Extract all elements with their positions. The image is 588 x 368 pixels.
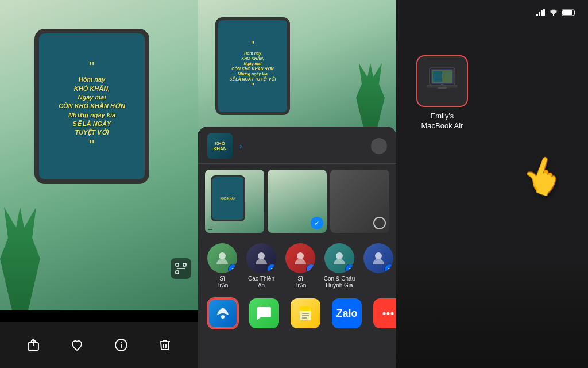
photo-grid-row: KHÓ KHĂN ✓ [198,164,396,239]
contact-item[interactable]: Z Con & CháuHuỳnh Gia [322,243,357,289]
device-name: Emily'sMacBook Air [421,112,463,131]
contact-avatar: Z [324,243,354,273]
contact-name: Con & CháuHuỳnh Gia [324,275,355,289]
grid-photo-3[interactable] [330,170,389,233]
keyboard-bg [396,264,588,368]
svg-rect-2 [176,271,179,274]
svg-rect-0 [176,263,179,266]
battery-icon [562,9,577,16]
selected-check: ✓ [311,217,323,229]
svg-point-13 [375,252,382,259]
hand-pointer: 👆 [516,149,571,202]
svg-rect-1 [183,263,186,266]
share-header: KHÓKHĂN › [198,126,396,164]
video-duration [208,229,212,230]
device-icon [416,55,468,107]
right-panel: Emily'sMacBook Air 👆 [396,0,588,368]
contact-avatar: Z [363,243,393,273]
share-thumb-preview: KHÓKHĂN [207,133,233,159]
contact-item[interactable]: Z SĩTrần [205,243,239,289]
share-button[interactable] [24,336,42,354]
share-header-left: KHÓKHĂN › [207,133,242,159]
svg-rect-25 [541,10,543,16]
more-app-item[interactable] [370,298,396,331]
contact-item[interactable]: Z Cao Thiên An [244,243,278,289]
airdrop-nav [396,25,588,37]
status-bar [396,0,588,25]
contact-item[interactable]: m SĩTrần [283,243,318,289]
middle-panel: " Hôm nayKHÓ KHĂN,Ngày maiCÒN KHÓ KHĂN H… [198,0,396,368]
zalo-badge: Z [345,264,354,273]
info-button[interactable] [112,336,130,354]
svg-point-11 [297,252,304,259]
airdrop-app-item[interactable] [205,298,241,331]
contact-name: SĩTrần [295,275,307,289]
mid-poster-text: Hôm nayKHÓ KHĂN,Ngày maiCÒN KHÓ KHĂN HƠN… [230,51,276,82]
svg-rect-29 [562,10,572,15]
svg-point-20 [383,312,386,315]
close-button[interactable] [371,138,387,154]
share-header-info: › [238,141,242,151]
main-photo: " Hôm nayKHÓ KHĂN,Ngày maiCÒN KHÓ KHĂN H… [0,0,198,310]
svg-point-14 [221,315,225,319]
svg-rect-23 [536,14,538,16]
contacts-row: Z SĩTrần Z Cao Thiên An m [198,239,396,294]
more-icon [373,298,396,328]
contact-avatar: m [285,243,315,273]
zalo-badge: Z [267,264,276,273]
svg-point-12 [336,252,343,259]
zalo-icon: Zalo [332,298,362,328]
notes-icon [291,298,320,328]
messenger-badge: m [306,264,315,273]
signal-icon [536,9,546,16]
apps-row: Zalo [198,294,396,335]
poster-text: Hôm nayKHÓ KHĂN,Ngày maiCÒN KHÓ KHĂN HƠN… [59,75,125,137]
poster-frame: " Hôm nayKHÓ KHĂN,Ngày maiCÒN KHÓ KHĂN H… [34,29,149,184]
quote-open: " [89,59,95,75]
svg-rect-35 [438,87,447,89]
plant-decoration [356,63,385,132]
messages-app-item[interactable] [246,298,282,331]
share-sheet: KHÓKHĂN › KHÓ KHĂN [198,126,396,368]
bottom-toolbar [0,322,198,368]
devices-section: Emily'sMacBook Air [396,37,588,136]
scan-icon[interactable] [171,258,191,279]
plant-decoration [0,207,40,310]
svg-point-36 [440,84,444,85]
heart-button[interactable] [68,336,86,354]
grid-photo-2[interactable]: ✓ [268,170,327,233]
notes-app-item[interactable] [288,298,323,331]
svg-point-10 [258,252,265,259]
status-icons [536,9,577,16]
messages-icon [249,298,279,328]
macbook-icon [425,67,459,95]
mid-poster: " Hôm nayKHÓ KHĂN,Ngày maiCÒN KHÓ KHĂN H… [215,17,290,115]
delete-button[interactable] [156,336,174,354]
contact-item[interactable]: Z [361,243,396,289]
zalo-badge: Z [384,264,393,273]
middle-photo-bg: " Hôm nayKHÓ KHĂN,Ngày maiCÒN KHÓ KHĂN H… [198,0,396,132]
svg-rect-33 [433,71,442,82]
contact-avatar: Z [207,243,237,273]
svg-point-8 [121,342,122,343]
left-panel: " Hôm nayKHÓ KHĂN,Ngày maiCÒN KHÓ KHĂN H… [0,0,198,368]
zalo-badge: Z [228,264,237,273]
svg-rect-26 [543,9,545,16]
quote-close: " [89,137,95,154]
svg-rect-24 [539,12,540,16]
contact-name: Cao Thiên An [244,275,278,289]
svg-point-9 [219,252,226,259]
grid-photo-1[interactable]: KHÓ KHĂN [205,170,264,233]
select-circle [373,217,386,229]
airdrop-icon [208,298,238,328]
svg-point-21 [387,312,390,315]
device-item[interactable]: Emily'sMacBook Air [408,55,477,131]
contact-avatar: Z [246,243,276,273]
options-button[interactable]: › [238,141,242,151]
svg-point-27 [553,14,554,16]
svg-rect-16 [300,306,311,311]
zalo-app-item[interactable]: Zalo [329,298,365,331]
svg-rect-34 [427,85,457,87]
wifi-icon [549,9,558,16]
svg-point-22 [391,312,394,315]
